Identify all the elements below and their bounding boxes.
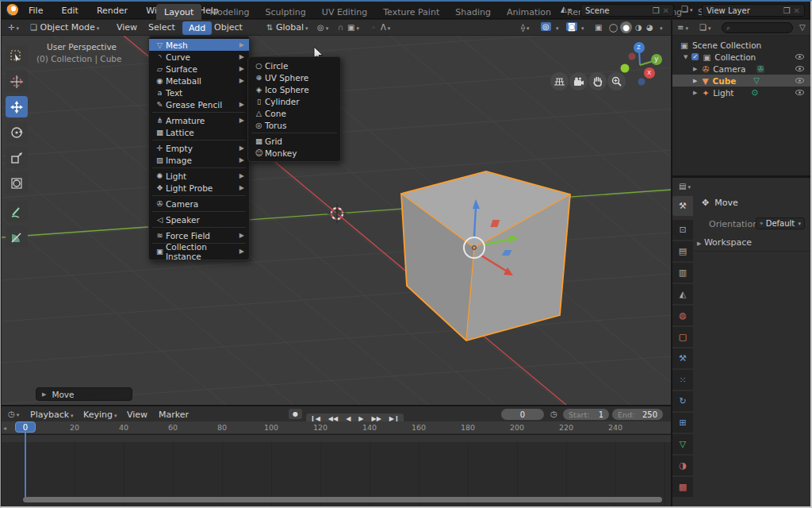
mesh-submenu-item-ico-sphere[interactable]: ◈Ico Sphere: [248, 83, 340, 95]
add-menu-item-surface[interactable]: ▱Surface▶: [149, 63, 249, 75]
add-menu-item-lattice[interactable]: ▦Lattice: [149, 126, 249, 138]
playhead-line[interactable]: [25, 433, 26, 497]
pivot-point-dropdown[interactable]: ◎▾: [317, 23, 328, 32]
workspace-tab-layout[interactable]: Layout: [156, 4, 201, 20]
properties-tab-material[interactable]: ◑: [672, 456, 693, 475]
falloff-dropdown[interactable]: Λ▾: [381, 23, 390, 32]
view-layer-icon[interactable]: ❏▾: [681, 5, 692, 13]
pan-view-button[interactable]: [588, 72, 607, 90]
outliner-row-scene-collection[interactable]: ▣ Scene Collection: [672, 39, 810, 51]
transform-orientation-dropdown[interactable]: ⇅ Global▾: [266, 22, 308, 33]
workspace-tab-uv-editing[interactable]: UV Editing: [314, 4, 375, 20]
outliner-row-collection[interactable]: ▼ ✓ ▣ Collection: [672, 51, 810, 63]
add-menu-item-mesh[interactable]: ▽Mesh▶: [149, 39, 249, 51]
expand-arrow-icon[interactable]: ▼: [684, 54, 688, 60]
timeline-menu-view[interactable]: View: [127, 410, 147, 420]
view-layer-selector[interactable]: View Layer ❐ ✕: [702, 4, 805, 17]
add-menu-item-grease-pencil[interactable]: ✎Grease Pencil▶: [149, 98, 249, 110]
toggle-grid-button[interactable]: [550, 72, 569, 90]
operator-panel-move[interactable]: ▶ Move: [36, 387, 132, 401]
delete-scene-icon[interactable]: ✕: [663, 6, 669, 15]
expand-arrow-icon[interactable]: ▶: [693, 90, 697, 96]
outliner-row-cube[interactable]: ▶ ▼ Cube ▽: [672, 75, 810, 87]
add-menu-item-light-probe[interactable]: ❖Light Probe▶: [149, 182, 249, 194]
timeline-channel-area[interactable]: [2, 435, 671, 506]
expand-arrow-icon[interactable]: ▶: [693, 66, 697, 72]
mesh-submenu-item-grid[interactable]: ▦Grid: [248, 135, 340, 147]
outliner-display-mode-icon[interactable]: ❏▾: [699, 23, 710, 32]
properties-tab-scene[interactable]: ◭: [672, 284, 693, 304]
add-menu-item-collection-instance[interactable]: ▣Collection Instance▶: [149, 245, 249, 257]
mesh-submenu-item-cylinder[interactable]: ▯Cylinder: [248, 95, 340, 107]
tool-move[interactable]: [6, 96, 28, 117]
viewport-menu-add[interactable]: Add: [182, 21, 212, 35]
editor-type-viewport-icon[interactable]: ✛▾: [8, 23, 19, 32]
zoom-view-button[interactable]: [607, 72, 626, 90]
record-button[interactable]: ●: [289, 409, 302, 419]
properties-tab-world[interactable]: ◍: [672, 306, 693, 325]
editor-type-outliner-icon[interactable]: ≡▾: [677, 23, 688, 32]
properties-tab-texture[interactable]: ▩: [672, 477, 693, 497]
start-frame-field[interactable]: Start:1: [563, 409, 609, 420]
properties-tab-constraints[interactable]: ⊞: [672, 413, 693, 433]
scene-selector[interactable]: Scene ❐ ✕: [580, 4, 674, 17]
add-menu-item-text[interactable]: aText: [149, 87, 249, 98]
xray-dropdown-icon[interactable]: ▾: [581, 25, 584, 32]
mesh-submenu-item-cone[interactable]: △Cone: [248, 107, 340, 119]
menu-render[interactable]: Render: [90, 2, 135, 16]
tool-measure[interactable]: [6, 226, 28, 248]
mesh-submenu-item-torus[interactable]: ◎Torus: [248, 119, 340, 131]
outliner-search-input[interactable]: ⌕: [722, 22, 793, 33]
add-menu-item-metaball[interactable]: ◉Metaball▶: [149, 75, 249, 87]
snap-magnet-icon[interactable]: ∩: [338, 23, 343, 32]
mode-dropdown[interactable]: ❏ Object Mode▾: [30, 22, 99, 33]
add-menu-item-empty[interactable]: ✛Empty▶: [149, 142, 249, 154]
properties-tab-output[interactable]: ▤: [672, 241, 693, 261]
use-preview-range-icon[interactable]: ◷: [550, 410, 557, 418]
outliner-row-light[interactable]: ▶ ✦ Light ⊙: [672, 87, 810, 98]
tool-select-box[interactable]: [6, 45, 28, 67]
timeline-menu-keying[interactable]: Keying▾: [83, 410, 117, 420]
visibility-eye-icon[interactable]: [795, 66, 804, 71]
workspace-tab-sculpting[interactable]: Sculpting: [257, 4, 313, 20]
add-menu-item-camera[interactable]: ✇Camera: [149, 198, 249, 210]
properties-tab-physics[interactable]: ↻: [672, 391, 693, 411]
current-frame-indicator[interactable]: 0: [15, 421, 36, 433]
tool-transform[interactable]: [6, 172, 28, 194]
properties-tab-object-data[interactable]: ▽: [672, 434, 693, 454]
add-menu-item-armature[interactable]: ⋔Armature▶: [149, 114, 249, 126]
current-frame-field[interactable]: 0: [501, 409, 544, 420]
shading-rendered-button[interactable]: ◕: [646, 23, 653, 32]
viewport-menu-select[interactable]: Select: [148, 22, 175, 33]
shading-dropdown-icon[interactable]: ▾: [660, 25, 663, 32]
add-menu-item-speaker[interactable]: ◁Speaker: [149, 214, 249, 225]
properties-tab-render[interactable]: ⊡: [672, 220, 693, 240]
tool-annotate[interactable]: [6, 201, 28, 222]
editor-type-timeline-icon[interactable]: ◷▾: [8, 410, 19, 418]
axis-y-label[interactable]: y: [654, 55, 658, 63]
copy-scene-icon[interactable]: ❐: [653, 6, 660, 15]
workspace-section[interactable]: ▶ Workspace: [697, 237, 752, 248]
axis-z-label[interactable]: z: [637, 43, 641, 51]
shading-solid-button[interactable]: ●: [620, 21, 632, 33]
orientation-dropdown[interactable]: ⌖ Default▾: [756, 217, 805, 229]
add-menu-item-light[interactable]: ✺Light▶: [149, 170, 249, 182]
timeline-menu-playback[interactable]: Playback▾: [30, 410, 74, 420]
snap-settings-dropdown[interactable]: ▣▾: [347, 23, 359, 32]
properties-tab-particles[interactable]: ⁙: [672, 370, 693, 390]
visibility-eye-icon[interactable]: [795, 54, 804, 60]
add-menu-item-force-field[interactable]: ≋Force Field▶: [149, 229, 249, 241]
visibility-eye-icon[interactable]: [795, 78, 804, 83]
collection-checkbox[interactable]: ✓: [691, 53, 699, 60]
add-menu-item-curve[interactable]: ◝Curve▶: [149, 51, 249, 63]
editor-type-properties-icon[interactable]: ▤▾: [679, 182, 691, 190]
overlays-dropdown-icon[interactable]: ▾: [556, 25, 559, 32]
shading-wireframe-button[interactable]: ◯: [609, 23, 618, 32]
viewport-menu-view[interactable]: View: [117, 22, 137, 33]
axis-x-label[interactable]: x: [647, 68, 651, 76]
copy-view-layer-icon[interactable]: ❐: [783, 6, 791, 15]
tool-rotate[interactable]: [6, 121, 28, 143]
properties-tab-modifiers[interactable]: ⚒: [672, 348, 693, 368]
add-menu-item-image[interactable]: ▨Image▶: [149, 154, 249, 166]
blender-logo[interactable]: [6, 4, 18, 16]
